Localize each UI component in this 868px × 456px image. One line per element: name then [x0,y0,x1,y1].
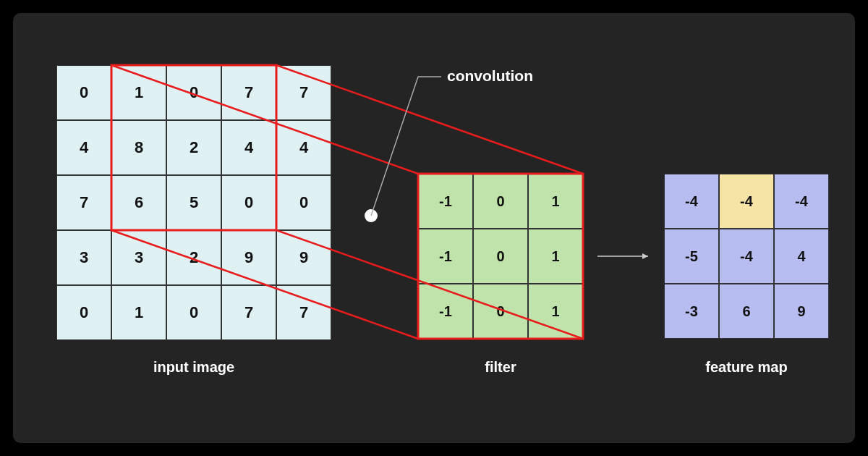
input-image-cell: 7 [276,65,331,120]
feature-map-cell: 4 [774,229,829,284]
feature-map-cell: -4 [719,229,774,284]
input-image-cell: 0 [56,65,111,120]
feature-map-cell: -4 [664,174,719,229]
input-image-cell: 2 [166,230,221,285]
filter-cell: -1 [418,174,473,229]
filter-cell: 0 [473,284,528,339]
filter-cell: 1 [528,174,583,229]
feature-map-grid: -4-4-4-5-44-369 [664,174,829,339]
input-image-cell: 0 [276,175,331,230]
input-image-cell: 9 [221,230,276,285]
input-image-cell: 3 [56,230,111,285]
svg-point-6 [365,209,378,222]
feature-map-cell: -3 [664,284,719,339]
filter-cell: -1 [418,284,473,339]
input-image-cell: 0 [221,175,276,230]
input-image-cell: 7 [56,175,111,230]
input-image-cell: 0 [166,65,221,120]
input-image-cell: 4 [276,120,331,175]
input-image-cell: 9 [276,230,331,285]
input-image-cell: 4 [221,120,276,175]
input-image-cell: 3 [111,230,166,285]
filter-cell: 1 [528,284,583,339]
diagram-frame: 0107748244765003329901077 -101-101-101 -… [13,13,855,443]
input-image-cell: 6 [111,175,166,230]
input-image-cell: 0 [166,285,221,340]
filter-cell: 0 [473,229,528,284]
filter-cell: 0 [473,174,528,229]
input-image-cell: 5 [166,175,221,230]
input-image-label: input image [56,359,331,376]
input-image-cell: 2 [166,120,221,175]
input-image-cell: 1 [111,285,166,340]
filter-cell: 1 [528,229,583,284]
feature-map-label: feature map [664,359,829,376]
convolution-label: convolution [447,67,533,85]
filter-cell: -1 [418,229,473,284]
input-image-cell: 4 [56,120,111,175]
input-image-cell: 7 [221,285,276,340]
feature-map-cell: 6 [719,284,774,339]
filter-grid: -101-101-101 [418,174,583,339]
input-image-grid: 0107748244765003329901077 [56,65,331,340]
input-image-cell: 7 [221,65,276,120]
feature-map-cell: 9 [774,284,829,339]
feature-map-cell: -4 [774,174,829,229]
input-image-cell: 0 [56,285,111,340]
input-image-cell: 7 [276,285,331,340]
filter-label: filter [418,359,583,376]
input-image-cell: 8 [111,120,166,175]
feature-map-cell: -5 [664,229,719,284]
feature-map-cell: -4 [719,174,774,229]
svg-marker-8 [642,253,648,259]
input-image-cell: 1 [111,65,166,120]
